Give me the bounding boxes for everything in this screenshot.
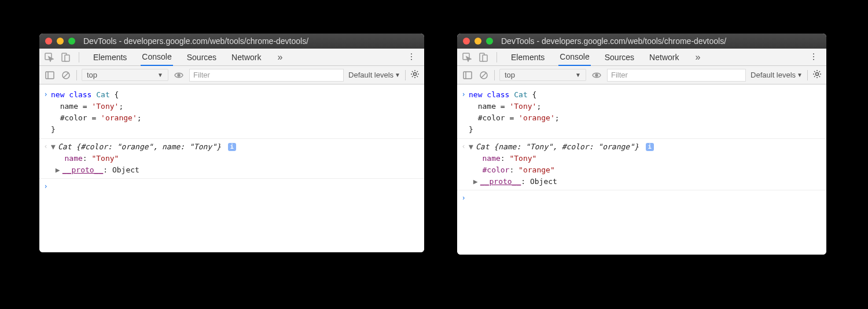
svg-rect-2 (65, 55, 69, 61)
separator (496, 52, 497, 62)
minimize-icon[interactable] (57, 38, 64, 45)
traffic-lights (45, 38, 75, 45)
filter-input[interactable] (189, 69, 344, 82)
info-badge-icon[interactable]: i (228, 143, 236, 151)
gear-icon[interactable] (410, 69, 420, 80)
eye-icon[interactable] (591, 69, 602, 81)
svg-line-15 (481, 73, 486, 78)
more-tabs-icon[interactable]: » (275, 52, 285, 62)
window-title: DevTools - developers.google.com/web/too… (83, 36, 308, 46)
context-selector[interactable]: top ▼ (82, 69, 168, 81)
context-label: top (87, 71, 97, 79)
disclosure-triangle-icon[interactable]: ▼ (51, 141, 58, 153)
inspect-icon[interactable] (462, 52, 472, 62)
input-prompt-icon: › (42, 181, 50, 192)
svg-line-6 (64, 73, 68, 78)
console-result-row: ‹ ▼Cat {#color: "orange", name: "Tony"} … (39, 139, 424, 179)
code: new class Cat { name = 'Tony'; #color = … (469, 89, 826, 136)
settings-menu-icon[interactable]: ⋯ (407, 49, 416, 65)
eye-icon[interactable] (173, 69, 185, 81)
console-output[interactable]: › new class Cat { name = 'Tony'; #color … (457, 84, 826, 255)
svg-point-16 (595, 74, 598, 76)
tab-network[interactable]: Network (230, 49, 262, 66)
maximize-icon[interactable] (68, 38, 75, 45)
chevron-down-icon: ▼ (797, 72, 803, 78)
tab-console[interactable]: Console (558, 49, 590, 66)
filter-input[interactable] (607, 69, 746, 82)
separator (405, 70, 406, 80)
disclosure-triangle-icon[interactable]: ▶ (56, 164, 62, 176)
devtools-window: DevTools - developers.google.com/web/too… (39, 34, 424, 252)
window-titlebar[interactable]: DevTools - developers.google.com/web/too… (39, 34, 424, 49)
log-levels-selector[interactable]: Default levels ▼ (348, 71, 400, 79)
output-marker-icon: ‹ (42, 141, 50, 152)
device-toggle-icon[interactable] (60, 52, 71, 62)
tab-list: Elements Console Sources Network » (92, 49, 398, 66)
clear-console-icon[interactable] (60, 69, 72, 81)
panel-tabs: Elements Console Sources Network » ⋯ (39, 49, 424, 66)
svg-rect-11 (483, 55, 487, 61)
tab-console[interactable]: Console (141, 49, 172, 66)
tab-list: Elements Console Sources Network » (510, 49, 800, 66)
tab-sources[interactable]: Sources (186, 49, 218, 66)
tab-elements[interactable]: Elements (92, 49, 128, 66)
devtools-window: DevTools - developers.google.com/web/too… (457, 34, 826, 255)
console-result-row: ‹ ▼Cat {name: "Tony", #color: "orange"} … (457, 139, 826, 191)
input-prompt-icon: › (459, 89, 468, 100)
settings-menu-icon[interactable]: ⋯ (809, 49, 818, 65)
minimize-icon[interactable] (475, 38, 481, 45)
console-prompt-row[interactable]: › (39, 179, 424, 183)
separator (807, 70, 808, 80)
console-toolbar: top ▼ Default levels ▼ (39, 66, 424, 84)
svg-point-7 (178, 74, 180, 76)
maximize-icon[interactable] (486, 38, 493, 45)
chevron-down-icon: ▼ (395, 72, 400, 78)
context-label: top (505, 71, 515, 79)
input-prompt-icon: › (459, 193, 468, 204)
result: ▼Cat {#color: "orange", name: "Tony"} i … (51, 141, 424, 176)
console-toolbar: top ▼ Default levels ▼ (457, 66, 826, 84)
console-input-row: › new class Cat { name = 'Tony'; #color … (457, 87, 826, 139)
console-input-row: › new class Cat { name = 'Tony'; #color … (39, 87, 424, 139)
tab-network[interactable]: Network (648, 49, 680, 66)
panel-tabs: Elements Console Sources Network » ⋯ (457, 49, 826, 66)
device-toggle-icon[interactable] (478, 52, 488, 62)
separator (79, 52, 79, 62)
code: new class Cat { name = 'Tony'; #color = … (51, 89, 424, 136)
log-levels-selector[interactable]: Default levels ▼ (751, 71, 803, 79)
sidebar-toggle-icon[interactable] (44, 69, 56, 81)
gear-icon[interactable] (812, 69, 822, 80)
sidebar-toggle-icon[interactable] (462, 69, 473, 81)
tab-elements[interactable]: Elements (510, 49, 546, 66)
separator (494, 70, 495, 80)
separator (76, 70, 77, 80)
clear-console-icon[interactable] (478, 69, 490, 81)
inspect-icon[interactable] (44, 52, 54, 62)
chevron-down-icon: ▼ (575, 72, 581, 78)
output-marker-icon: ‹ (459, 141, 468, 152)
close-icon[interactable] (463, 38, 470, 45)
info-badge-icon[interactable]: i (646, 143, 654, 151)
tab-sources[interactable]: Sources (604, 49, 635, 66)
console-prompt-row[interactable]: › (457, 190, 826, 195)
window-title: DevTools - developers.google.com/web/too… (501, 36, 726, 46)
svg-point-8 (414, 73, 417, 76)
result: ▼Cat {name: "Tony", #color: "orange"} i … (469, 141, 826, 188)
chevron-down-icon: ▼ (157, 72, 163, 78)
levels-label: Default levels (751, 71, 796, 79)
window-titlebar[interactable]: DevTools - developers.google.com/web/too… (457, 34, 826, 49)
input-prompt-icon: › (42, 89, 50, 100)
disclosure-triangle-icon[interactable]: ▶ (473, 176, 480, 187)
disclosure-triangle-icon[interactable]: ▼ (469, 141, 476, 153)
more-tabs-icon[interactable]: » (693, 52, 703, 62)
svg-point-17 (816, 73, 819, 76)
console-output[interactable]: › new class Cat { name = 'Tony'; #color … (39, 84, 424, 252)
traffic-lights (463, 38, 493, 45)
close-icon[interactable] (45, 38, 52, 45)
svg-rect-12 (464, 72, 472, 79)
svg-rect-3 (46, 72, 54, 79)
levels-label: Default levels (348, 71, 393, 79)
context-selector[interactable]: top ▼ (499, 69, 586, 81)
